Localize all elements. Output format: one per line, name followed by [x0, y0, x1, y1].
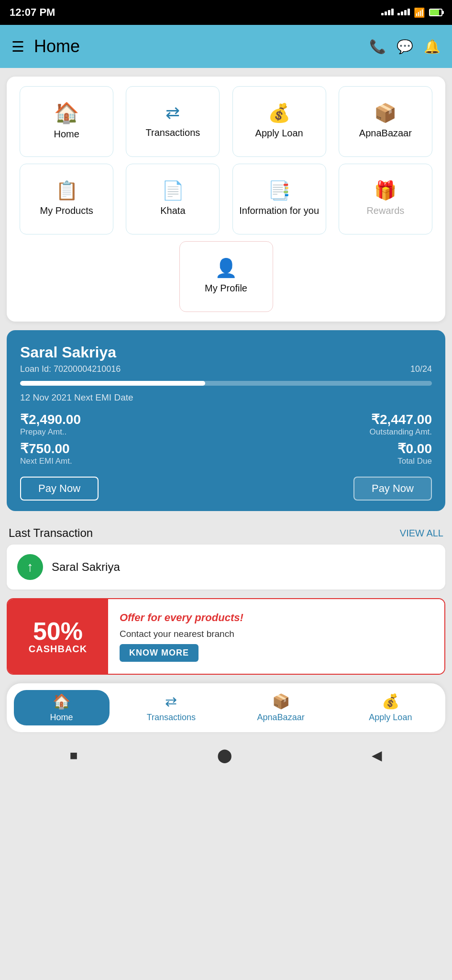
quick-access-grid: 🏠 Home ⇄ Transactions 💰 Apply Loan 📦 Apn…	[7, 77, 445, 322]
loan-id-value: 70200004210016	[54, 364, 121, 374]
next-emi-label: Next EMI Amt.	[20, 457, 72, 466]
grid-label-khata: Khata	[160, 204, 185, 217]
my-products-icon: 📋	[55, 181, 78, 200]
battery-icon	[429, 9, 442, 16]
wifi-icon: 📶	[414, 7, 425, 18]
transaction-up-icon: ↑	[17, 554, 43, 580]
nav-apna-bazaar[interactable]: 📦 ApnaBazaar	[233, 690, 329, 725]
rewards-icon: 🎁	[374, 181, 397, 200]
outstanding-amount: ₹2,447.00	[370, 412, 432, 427]
banner-right: Offer for every products! Contact your n…	[108, 599, 444, 674]
information-icon: 📑	[268, 181, 290, 200]
offer-subtitle: Contact your nearest branch	[120, 629, 433, 639]
grid-label-information: Information for you	[239, 204, 319, 217]
total-due-amount: ₹0.00	[397, 441, 432, 457]
android-circle-btn[interactable]: ⬤	[217, 747, 232, 763]
main-content: 🏠 Home ⇄ Transactions 💰 Apply Loan 📦 Apn…	[0, 77, 452, 768]
grid-item-khata[interactable]: 📄 Khata	[126, 164, 220, 234]
grid-label-apply-loan: Apply Loan	[255, 127, 303, 139]
nav-transactions[interactable]: ⇄ Transactions	[123, 690, 219, 725]
grid-label-transactions: Transactions	[146, 126, 200, 139]
grid-row-2: 📋 My Products 📄 Khata 📑 Information for …	[13, 164, 439, 234]
next-emi-amount: ₹750.00	[20, 441, 72, 457]
android-nav: ■ ⬤ ◀	[0, 739, 452, 768]
status-icons: 📶	[381, 7, 442, 18]
loan-progress-fill	[20, 381, 205, 386]
phone-icon[interactable]: 📞	[369, 39, 386, 55]
grid-row-3: 👤 My Profile	[13, 241, 439, 312]
outstanding-block: ₹2,447.00 Outstanding Amt.	[370, 412, 432, 437]
menu-icon[interactable]: ☰	[11, 38, 24, 55]
grid-label-my-profile: My Profile	[205, 282, 247, 294]
signal-icon-1	[381, 8, 394, 18]
grid-label-apna-bazaar: ApnaBazaar	[359, 127, 412, 139]
loan-card: Saral Sakriya Loan Id: 70200004210016 10…	[7, 330, 445, 511]
last-transaction-header: Last Transaction VIEW ALL	[0, 520, 452, 545]
grid-row-1: 🏠 Home ⇄ Transactions 💰 Apply Loan 📦 Apn…	[13, 86, 439, 157]
grid-item-apna-bazaar[interactable]: 📦 ApnaBazaar	[339, 86, 432, 157]
my-profile-icon: 👤	[215, 259, 237, 277]
loan-id: Loan Id: 70200004210016	[20, 364, 121, 374]
nav-apna-bazaar-label: ApnaBazaar	[257, 713, 305, 723]
nav-apna-bazaar-icon: 📦	[272, 693, 290, 710]
loan-emi-date: 12 Nov 2021 Next EMI Date	[20, 392, 432, 403]
view-all-link[interactable]: VIEW ALL	[400, 528, 443, 539]
loan-amounts-row1: ₹2,490.00 Prepay Amt.. ₹2,447.00 Outstan…	[20, 412, 432, 437]
signal-icon-2	[397, 8, 410, 18]
grid-item-apply-loan[interactable]: 💰 Apply Loan	[232, 86, 326, 157]
loan-pay-row: Pay Now Pay Now	[20, 477, 432, 501]
status-time: 12:07 PM	[10, 6, 55, 19]
grid-label-my-products: My Products	[40, 204, 93, 217]
grid-label-rewards: Rewards	[366, 204, 404, 217]
grid-item-transactions[interactable]: ⇄ Transactions	[126, 86, 220, 157]
grid-item-my-products[interactable]: 📋 My Products	[20, 164, 113, 234]
grid-label-home: Home	[54, 128, 79, 140]
transactions-icon: ⇄	[165, 104, 180, 122]
apna-bazaar-icon: 📦	[374, 104, 397, 122]
loan-id-label: Loan Id:	[20, 364, 51, 374]
outstanding-label: Outstanding Amt.	[370, 427, 432, 437]
chat-icon[interactable]: 💬	[397, 39, 413, 55]
cashback-label: CASHBACK	[29, 644, 87, 655]
bell-icon[interactable]: 🔔	[424, 39, 441, 55]
grid-item-home[interactable]: 🏠 Home	[20, 86, 113, 157]
loan-id-row: Loan Id: 70200004210016 10/24	[20, 364, 432, 374]
total-due-label: Total Due	[397, 457, 432, 466]
bottom-nav: 🏠 Home ⇄ Transactions 📦 ApnaBazaar 💰 App…	[7, 683, 445, 732]
loan-user-name: Saral Sakriya	[20, 344, 432, 361]
transaction-item[interactable]: ↑ Saral Sakriya	[7, 545, 445, 590]
home-icon: 🏠	[54, 103, 79, 123]
header: ☰ Home 📞 💬 🔔	[0, 25, 452, 68]
prepay-block: ₹2,490.00 Prepay Amt..	[20, 412, 81, 437]
cashback-banner: 50% CASHBACK Offer for every products! C…	[7, 598, 445, 675]
grid-item-my-profile[interactable]: 👤 My Profile	[179, 241, 273, 312]
status-bar: 12:07 PM 📶	[0, 0, 452, 25]
pay-now-right-button[interactable]: Pay Now	[353, 477, 432, 501]
next-emi-block: ₹750.00 Next EMI Amt.	[20, 441, 72, 466]
nav-transactions-label: Transactions	[147, 713, 196, 723]
page-title: Home	[34, 36, 80, 56]
transaction-name: Saral Sakriya	[52, 560, 120, 574]
banner-left: 50% CASHBACK	[8, 599, 108, 674]
offer-title: Offer for every products!	[120, 612, 433, 624]
nav-home-label: Home	[50, 713, 73, 723]
nav-home[interactable]: 🏠 Home	[14, 690, 110, 725]
nav-home-icon: 🏠	[53, 693, 70, 710]
nav-apply-loan-label: Apply Loan	[369, 713, 412, 723]
last-transaction-title: Last Transaction	[9, 526, 93, 540]
nav-apply-loan[interactable]: 💰 Apply Loan	[342, 690, 438, 725]
header-actions: 📞 💬 🔔	[369, 39, 441, 55]
loan-progress-bar	[20, 381, 432, 386]
cashback-percentage: 50%	[33, 619, 83, 644]
loan-amounts-row2: ₹750.00 Next EMI Amt. ₹0.00 Total Due	[20, 441, 432, 466]
nav-apply-loan-icon: 💰	[382, 693, 399, 710]
apply-loan-icon: 💰	[268, 104, 290, 122]
pay-now-left-button[interactable]: Pay Now	[20, 477, 99, 501]
grid-item-rewards[interactable]: 🎁 Rewards	[339, 164, 432, 234]
know-more-button[interactable]: KNOW MORE	[120, 644, 198, 662]
prepay-amount: ₹2,490.00	[20, 412, 81, 427]
grid-item-information[interactable]: 📑 Information for you	[232, 164, 326, 234]
android-back-btn[interactable]: ◀	[372, 747, 382, 763]
khata-icon: 📄	[162, 181, 184, 200]
android-square-btn[interactable]: ■	[70, 748, 78, 763]
